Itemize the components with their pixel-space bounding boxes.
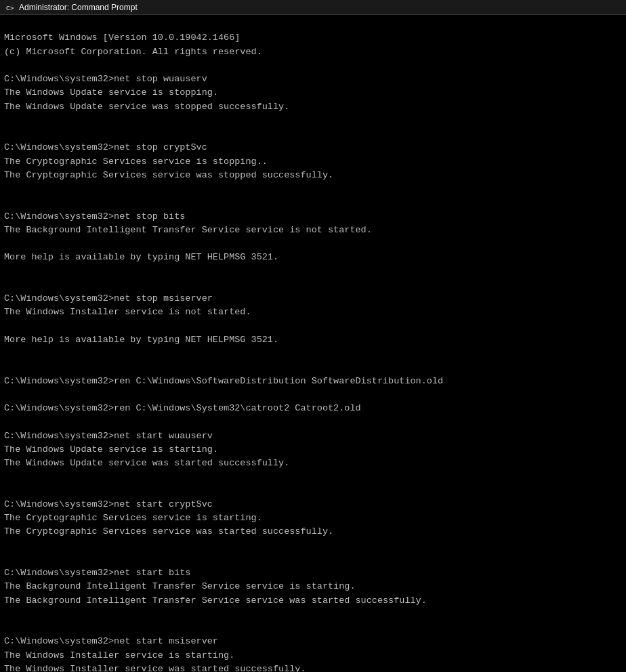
console-line: The Windows Update service was stopped s… [4,100,622,114]
console-line: C:\Windows\system32>net stop msiserver [4,292,622,306]
blank-line [4,360,622,374]
console-line: Microsoft Windows [Version 10.0.19042.14… [4,31,622,45]
console-line: C:\Windows\system32>net start bits [4,566,622,580]
blank-line [4,347,622,360]
blank-line [4,278,622,292]
blank-line [4,608,622,621]
console-line: The Background Intelligent Transfer Serv… [4,594,622,608]
blank-line [4,388,622,402]
console-line: The Windows Update service is starting. [4,443,622,457]
blank-line [4,114,622,127]
blank-line [4,539,622,553]
blank-line [4,127,622,141]
blank-line [4,553,622,566]
blank-line [4,265,622,278]
console-line: The Background Intelligent Transfer Serv… [4,224,622,237]
console-line: The Windows Installer service is not sta… [4,306,622,319]
blank-line [4,320,622,333]
blank-line [4,415,622,429]
svg-text:C>: C> [6,4,14,12]
blank-line [4,182,622,196]
console-line: C:\Windows\system32>net stop wuauserv [4,72,622,86]
console-line: The Windows Installer service is startin… [4,649,622,663]
console-line: More help is available by typing NET HEL… [4,251,622,264]
console-line: The Background Intelligent Transfer Serv… [4,580,622,593]
console-line: C:\Windows\system32>net start msiserver [4,635,622,648]
console-line: C:\Windows\system32>ren C:\Windows\Syste… [4,402,622,415]
console-output: Microsoft Windows [Version 10.0.19042.14… [0,15,626,672]
blank-line [4,196,622,209]
console-line: The Cryptographic Services service was s… [4,525,622,539]
console-line: The Cryptographic Services service is st… [4,511,622,525]
blank-line [4,484,622,498]
console-line: (c) Microsoft Corporation. All rights re… [4,45,622,59]
title-bar-text: Administrator: Command Prompt [19,3,621,12]
blank-line [4,621,622,635]
console-line: The Windows Installer service was starte… [4,663,622,672]
blank-line [4,237,622,251]
blank-line [4,59,622,72]
cmd-icon: C> [5,3,15,12]
console-line: C:\Windows\system32>net stop cryptSvc [4,141,622,154]
console-line: C:\Windows\system32>ren C:\Windows\Softw… [4,375,622,388]
console-line: The Windows Update service was started s… [4,457,622,470]
console-line: The Cryptographic Services service was s… [4,169,622,182]
title-bar: C> Administrator: Command Prompt [0,0,626,15]
console-line: More help is available by typing NET HEL… [4,333,622,347]
console-line: The Windows Update service is stopping. [4,86,622,100]
blank-line [4,470,622,484]
console-line: The Cryptographic Services service is st… [4,155,622,169]
console-line: C:\Windows\system32>net start wuauserv [4,429,622,443]
console-line: C:\Windows\system32>net stop bits [4,210,622,224]
console-line: C:\Windows\system32>net start cryptSvc [4,498,622,511]
